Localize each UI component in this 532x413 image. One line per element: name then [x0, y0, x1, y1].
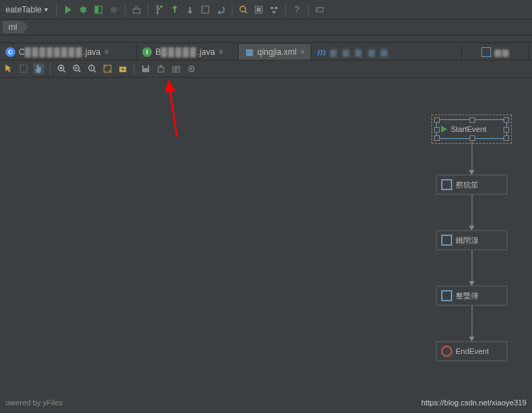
coverage-button[interactable]	[93, 4, 104, 15]
separator	[56, 3, 57, 16]
tab-label: qingjia.xml	[257, 47, 297, 57]
tab-label: C████████.java	[19, 47, 101, 57]
tab-qingjia-xml[interactable]: ▦ qingjia.xml ×	[239, 44, 311, 60]
svg-point-16	[317, 9, 318, 10]
breadcrumb[interactable]: ml	[3, 21, 23, 33]
task-node-1[interactable]: 察犺笙	[436, 175, 507, 194]
save-icon[interactable]	[140, 63, 151, 74]
svg-rect-13	[273, 11, 275, 13]
task-icon	[441, 290, 452, 301]
svg-point-8	[240, 6, 246, 12]
marquee-tool-icon[interactable]	[18, 63, 29, 74]
stop-icon	[441, 346, 452, 357]
vcs-commit-icon[interactable]	[185, 4, 196, 15]
task-icon	[441, 235, 452, 246]
separator	[134, 62, 135, 75]
flow-arrow-icon	[471, 139, 472, 175]
node-label: EndEvent	[456, 347, 489, 355]
tab-label: ▆▆	[495, 47, 510, 57]
run-config-dropdown[interactable]: eateTable	[3, 5, 51, 15]
stop-button[interactable]	[108, 4, 119, 15]
tab-other[interactable]: ▆▆	[476, 44, 529, 60]
svg-point-6	[161, 5, 163, 7]
svg-point-0	[80, 7, 86, 12]
flow-arrow-icon	[471, 305, 472, 342]
node-label: StartEvent	[451, 125, 486, 133]
svg-text:1: 1	[90, 66, 93, 70]
status-bar: owered by yFiles https://blog.csdn.net/x…	[0, 396, 532, 410]
end-event-node[interactable]: EndEvent	[436, 342, 507, 361]
help-icon[interactable]: ?	[291, 4, 302, 15]
svg-point-5	[157, 12, 159, 14]
watermark: https://blog.csdn.net/xiaoye319	[421, 398, 526, 407]
flow-arrow-icon	[471, 250, 472, 286]
debug-button[interactable]	[78, 4, 89, 15]
zoom-fit-icon[interactable]: 1	[87, 63, 98, 74]
java-icon: C	[6, 47, 15, 57]
services-icon[interactable]	[314, 4, 325, 15]
run-button[interactable]	[62, 4, 74, 15]
start-event-node[interactable]: StartEvent	[436, 119, 507, 139]
task-node-3[interactable]: 整㮣簿	[436, 286, 507, 305]
svg-rect-7	[202, 6, 209, 13]
task-node-2[interactable]: 鐵閈湶	[436, 230, 507, 250]
svg-rect-3	[133, 9, 140, 13]
editor-tab-bar: C C████████.java × I B█████.java × ▦ qin…	[0, 43, 532, 60]
close-icon[interactable]: ×	[218, 47, 223, 57]
breadcrumb-label: ml	[8, 22, 17, 32]
vcs-update-icon[interactable]	[169, 4, 180, 15]
file-icon	[481, 47, 491, 57]
separator	[232, 3, 232, 16]
main-toolbar: eateTable ?	[0, 0, 532, 19]
fit-content-icon[interactable]	[102, 63, 113, 74]
tab-java-2[interactable]: I B█████.java ×	[137, 44, 239, 60]
node-label: 鐵閈湶	[456, 235, 479, 246]
annotation-arrow-icon	[156, 74, 191, 144]
diagram-canvas[interactable]: StartEvent 察犺笙 鐵閈湶 整㮣簿 EndEvent owered b…	[0, 78, 532, 410]
tab-m[interactable]: m ▆ ▆ ▆ ▆ ▆	[311, 44, 462, 60]
svg-rect-11	[271, 7, 273, 9]
play-icon	[441, 126, 447, 133]
flow-diagram: StartEvent 察犺笙 鐵閈湶 整㮣簿 EndEvent	[436, 119, 507, 361]
export-icon[interactable]	[117, 63, 128, 74]
tab-label: ▆ ▆ ▆ ▆ ▆	[330, 47, 389, 57]
breadcrumb-bar: ml	[0, 19, 532, 35]
svg-rect-2	[111, 7, 117, 12]
close-icon[interactable]: ×	[300, 47, 305, 57]
svg-point-4	[157, 5, 159, 7]
flow-arrow-icon	[471, 194, 472, 230]
svg-text:?: ?	[295, 5, 300, 15]
deploy-icon[interactable]	[155, 63, 166, 74]
svg-point-28	[191, 68, 193, 70]
undo-icon[interactable]	[215, 4, 226, 15]
svg-rect-10	[257, 8, 261, 12]
status-left: owered by yFiles	[6, 398, 63, 407]
vcs-branch-icon[interactable]	[154, 4, 165, 15]
hand-tool-icon[interactable]	[33, 63, 44, 74]
build-button[interactable]	[131, 4, 142, 15]
zoom-in-icon[interactable]	[56, 63, 67, 74]
diagram-toolbar: 1	[0, 60, 532, 78]
java-icon: I	[142, 47, 152, 57]
find-icon[interactable]	[238, 4, 249, 15]
tab-java-1[interactable]: C C████████.java ×	[0, 44, 137, 60]
node-label: 整㮣簿	[456, 291, 479, 301]
svg-rect-12	[275, 7, 277, 9]
separator	[308, 3, 309, 16]
separator	[50, 62, 51, 75]
vcs-history-icon[interactable]	[200, 4, 211, 15]
refresh-icon[interactable]	[186, 63, 197, 74]
separator	[285, 3, 286, 16]
structure-icon[interactable]	[268, 4, 280, 15]
pointer-tool-icon[interactable]	[3, 63, 14, 74]
node-label: 察犺笙	[456, 180, 479, 190]
history-icon[interactable]	[171, 63, 182, 74]
svg-rect-26	[158, 67, 164, 72]
zoom-out-icon[interactable]	[71, 63, 83, 74]
separator	[148, 3, 148, 16]
settings-icon[interactable]	[253, 4, 264, 15]
close-icon[interactable]: ×	[104, 47, 109, 57]
svg-rect-25	[144, 65, 148, 68]
m-icon: m	[317, 47, 327, 57]
task-icon	[441, 179, 452, 190]
